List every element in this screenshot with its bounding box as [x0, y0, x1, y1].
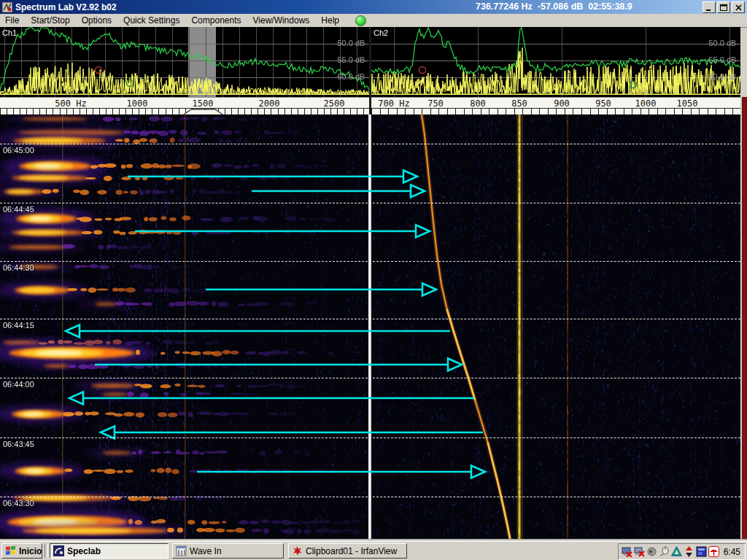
menu-item-help[interactable]: Help	[315, 15, 345, 26]
blue-app-icon[interactable]	[696, 546, 707, 557]
mouse-icon[interactable]	[659, 546, 670, 557]
spectrum-canvas-ch1[interactable]	[0, 27, 369, 97]
spectrum-pane-ch1: Ch1 -50.0 dB- -55.0 dB- -60.0 dB-	[0, 27, 369, 97]
waterfall-canvas-right[interactable]	[371, 114, 740, 539]
task-button-speclab[interactable]: Speclab	[50, 543, 169, 559]
spectrum-lab-window: Spectrum Lab V2.92 b02 736.77246 Hz -57.…	[0, 0, 747, 560]
spectrum-canvas-ch2[interactable]	[371, 27, 740, 97]
ruler-tick-label: 2500	[324, 98, 345, 109]
minimize-icon	[705, 4, 713, 11]
channel-label-ch2: Ch2	[374, 28, 388, 37]
ruler-tick-label: 950	[595, 98, 611, 109]
ruler-tick-label: 900	[554, 98, 570, 109]
db-axis-label: -50.0 dB-	[706, 39, 739, 47]
start-label: Inicio	[19, 546, 42, 556]
network-disabled-icon[interactable]	[634, 546, 645, 557]
audio-muted-icon[interactable]	[622, 546, 632, 557]
task-button-label: Speclab	[67, 546, 101, 556]
db-axis-label: -50.0 dB-	[335, 39, 368, 47]
start-button[interactable]: Inicio	[1, 543, 42, 559]
ruler-tick-label: 2000	[259, 98, 280, 109]
taskbar-separator	[44, 544, 48, 558]
channel-label-ch1: Ch1	[2, 28, 17, 37]
avira-umbrella-icon[interactable]	[708, 546, 719, 557]
waterfall-left	[0, 114, 369, 539]
volume-icon[interactable]	[646, 546, 657, 557]
ruler-tick-label: 700 Hz	[378, 98, 409, 109]
task-button-label: Clipboard01 - IrfanView	[306, 546, 397, 556]
ruler-tick-label: 800	[470, 98, 486, 109]
ruler-tick-label: 1000	[635, 98, 657, 109]
cursor-readout: 736.77246 Hz -57.086 dB 02:55:38.9	[476, 1, 632, 12]
title-bar: Spectrum Lab V2.92 b02 736.77246 Hz -57.…	[0, 0, 747, 14]
wave-in-icon	[176, 545, 187, 556]
db-axis-label: -55.0 dB-	[335, 55, 368, 64]
menu-item-start-stop[interactable]: Start/Stop	[25, 15, 75, 26]
windows-logo-icon	[5, 545, 16, 556]
frequency-ruler-right: 700 Hz75080085090095010001050	[371, 97, 740, 115]
close-icon	[735, 4, 742, 11]
maximize-icon	[720, 4, 727, 11]
task-button-irfanview[interactable]: Clipboard01 - IrfanView	[288, 543, 407, 559]
window-title: Spectrum Lab V2.92 b02	[15, 2, 117, 12]
spectrum-pane-ch2: Ch2 -50.0 dB- -55.0 dB- -60.0 dB-	[371, 27, 740, 97]
db-axis-label: -60.0 dB-	[335, 72, 368, 81]
ruler-tick-label: 500 Hz	[55, 98, 86, 109]
system-tray: 6:45	[618, 543, 746, 560]
waterfall-right	[371, 114, 740, 539]
ruler-tick-label: 1050	[677, 98, 698, 109]
waterfall-canvas-left[interactable]	[0, 114, 369, 539]
menu-item-components[interactable]: Components	[185, 15, 247, 26]
menu-item-options[interactable]: Options	[76, 15, 117, 26]
frequency-ruler-left: 500 Hz1000150020002500	[0, 97, 369, 115]
window-right-border	[741, 97, 747, 539]
antivirus-icon[interactable]	[671, 546, 682, 557]
minimize-button[interactable]	[703, 1, 716, 13]
updown-arrows-icon[interactable]	[684, 546, 694, 557]
menu-item-file[interactable]: File	[0, 15, 25, 26]
taskbar-clock: 6:45	[724, 547, 740, 557]
task-button-wave-in[interactable]: Wave In	[172, 543, 284, 559]
maximize-button[interactable]	[717, 1, 730, 13]
taskbar: Inicio Speclab Wave In	[0, 541, 747, 560]
ruler-tick-label: 1500	[193, 98, 214, 109]
menu-bar: File Start/Stop Options Quick Settings C…	[0, 14, 747, 28]
ruler-tick-label: 1000	[127, 98, 148, 109]
db-axis-label: -60.0 dB-	[706, 72, 739, 81]
menu-item-view-windows[interactable]: View/Windows	[247, 15, 316, 26]
menu-item-quick-settings[interactable]: Quick Settings	[117, 15, 185, 26]
app-icon	[2, 2, 12, 12]
close-button[interactable]	[732, 1, 745, 13]
db-axis-label: -55.0 dB-	[706, 55, 739, 64]
ruler-tick-label: 850	[511, 98, 527, 109]
status-led-icon	[355, 15, 366, 26]
irfanview-icon	[292, 545, 303, 556]
speclab-icon	[53, 545, 64, 556]
task-button-label: Wave In	[190, 546, 222, 556]
ruler-tick-label: 750	[427, 98, 444, 109]
